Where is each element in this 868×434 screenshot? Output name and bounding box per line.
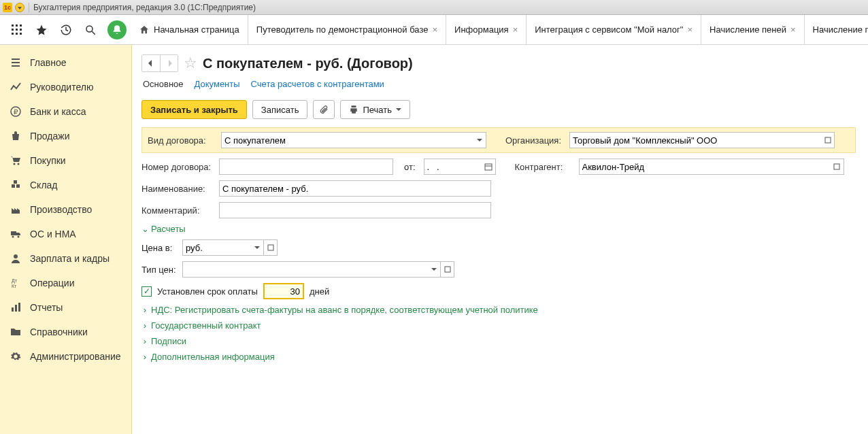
- folder-icon: [10, 326, 22, 338]
- svg-rect-25: [18, 303, 20, 312]
- calendar-button[interactable]: [482, 158, 496, 175]
- sidebar-item-warehouse[interactable]: Склад: [0, 173, 131, 197]
- back-button[interactable]: [142, 55, 160, 71]
- tab-home[interactable]: Начальная страница: [132, 15, 248, 44]
- tab-item[interactable]: Информация ×: [446, 15, 527, 44]
- section-signatures[interactable]: › Подписи: [141, 336, 856, 346]
- due-checkbox[interactable]: ✓: [141, 286, 152, 297]
- sidebar-item-purchases[interactable]: Покупки: [0, 148, 131, 173]
- dropdown-button[interactable]: [473, 132, 486, 148]
- sidebar-label: Банк и касса: [30, 106, 86, 117]
- notifications-icon[interactable]: [107, 20, 127, 39]
- name-input[interactable]: [219, 180, 491, 197]
- tab-item[interactable]: Интеграция с сервисом "Мой налог" ×: [527, 15, 701, 44]
- search-icon[interactable]: [83, 22, 98, 37]
- sidebar-item-reports[interactable]: Отчеты: [0, 295, 131, 320]
- button-label: Печать: [363, 105, 392, 115]
- tab-label: Путеводитель по демонстрационной базе: [256, 24, 429, 35]
- from-label: от:: [404, 162, 416, 172]
- sidebar-item-bank[interactable]: ₽Банк и касса: [0, 99, 131, 124]
- svg-rect-15: [12, 184, 15, 188]
- date-input[interactable]: [424, 158, 482, 175]
- counterparty-field[interactable]: [579, 158, 844, 175]
- close-icon[interactable]: ×: [513, 24, 518, 35]
- close-icon[interactable]: ×: [687, 24, 692, 35]
- sidebar-item-operations[interactable]: ДтКтОперации: [0, 271, 131, 295]
- tab-bar: Начальная страница Путеводитель по демон…: [132, 15, 868, 44]
- open-button[interactable]: [831, 158, 844, 175]
- star-icon[interactable]: [34, 22, 49, 37]
- date-field[interactable]: [424, 158, 496, 175]
- section-calculations[interactable]: ⌄ Расчеты: [141, 224, 856, 234]
- sidebar-item-assets[interactable]: ОС и НМА: [0, 222, 131, 246]
- contract-type-field[interactable]: [221, 132, 486, 148]
- tab-home-label: Начальная страница: [154, 24, 239, 35]
- subnav-accounts[interactable]: Счета расчетов с контрагентами: [251, 79, 384, 90]
- due-days-input[interactable]: [263, 283, 304, 299]
- price-in-input[interactable]: [182, 239, 250, 256]
- price-in-field[interactable]: [182, 239, 278, 256]
- comment-label: Комментарий:: [141, 205, 214, 216]
- price-type-label: Тип цен:: [141, 265, 177, 275]
- section-vat[interactable]: › НДС: Регистрировать счета-фактуры на а…: [141, 305, 856, 315]
- open-button[interactable]: [264, 239, 278, 256]
- forward-button[interactable]: [160, 55, 178, 71]
- chevron-right-icon: ›: [141, 305, 148, 315]
- window-menu-button[interactable]: [15, 3, 24, 12]
- svg-rect-1: [16, 24, 18, 27]
- open-button[interactable]: [821, 132, 835, 148]
- sidebar-item-production[interactable]: Производство: [0, 197, 131, 222]
- tab-item[interactable]: Начисление пеней ×: [701, 15, 805, 44]
- price-type-field[interactable]: [182, 261, 454, 278]
- save-and-close-button[interactable]: Записать и закрыть: [141, 100, 247, 119]
- sidebar-label: Главное: [30, 57, 67, 68]
- content-area: ☆ С покупателем - руб. (Договор) Основно…: [132, 45, 868, 434]
- svg-rect-7: [16, 33, 18, 35]
- subnav-main[interactable]: Основное: [143, 79, 184, 90]
- save-button[interactable]: Записать: [252, 100, 308, 119]
- attach-button[interactable]: [313, 100, 335, 119]
- print-button[interactable]: Печать: [340, 100, 410, 119]
- svg-text:₽: ₽: [14, 108, 18, 116]
- app-logo-icon: 1c: [3, 3, 12, 12]
- dropdown-button[interactable]: [427, 261, 441, 278]
- sidebar-item-admin[interactable]: Администрирование: [0, 344, 131, 369]
- tab-label: Начисление пеней: [813, 24, 868, 35]
- counterparty-input[interactable]: [579, 158, 831, 175]
- contract-type-band: Вид договора: Организация:: [141, 127, 856, 153]
- svg-rect-24: [15, 305, 17, 312]
- subnav-documents[interactable]: Документы: [195, 79, 240, 90]
- organization-input[interactable]: [569, 132, 821, 148]
- tab-item[interactable]: Путеводитель по демонстрационной базе ×: [248, 15, 446, 44]
- menu-icon: [10, 56, 22, 69]
- dropdown-button[interactable]: [250, 239, 264, 256]
- close-icon[interactable]: ×: [432, 24, 437, 35]
- favorite-star-icon[interactable]: ☆: [184, 54, 197, 72]
- contract-type-input[interactable]: [221, 132, 473, 148]
- svg-rect-23: [12, 307, 14, 312]
- sidebar-item-sales[interactable]: Продажи: [0, 124, 131, 148]
- svg-point-9: [86, 26, 93, 32]
- close-icon[interactable]: ×: [790, 24, 796, 35]
- due-label: Установлен срок оплаты: [157, 286, 258, 297]
- price-type-input[interactable]: [182, 261, 427, 278]
- sidebar-label: ОС и НМА: [30, 229, 76, 239]
- sidebar-item-hr[interactable]: Зарплата и кадры: [0, 246, 131, 271]
- sidebar-item-manager[interactable]: Руководителю: [0, 75, 131, 99]
- section-label: Подписи: [151, 336, 186, 346]
- section-additional-info[interactable]: › Дополнительная информация: [141, 352, 856, 362]
- organization-field[interactable]: [569, 132, 835, 148]
- open-button[interactable]: [441, 261, 454, 278]
- contract-number-input[interactable]: [219, 158, 393, 175]
- section-gov-contract[interactable]: › Государственный контракт: [141, 320, 856, 331]
- top-toolbar: Начальная страница Путеводитель по демон…: [0, 15, 868, 45]
- history-icon[interactable]: [59, 22, 73, 37]
- sidebar-label: Руководителю: [30, 82, 93, 93]
- apps-icon[interactable]: [10, 22, 24, 37]
- tab-item[interactable]: Начисление пеней: [805, 15, 868, 44]
- chevron-right-icon: ›: [141, 336, 148, 346]
- svg-point-13: [14, 163, 16, 165]
- sidebar-item-catalogs[interactable]: Справочники: [0, 320, 131, 344]
- comment-input[interactable]: [219, 202, 491, 218]
- sidebar-item-main[interactable]: Главное: [0, 50, 131, 75]
